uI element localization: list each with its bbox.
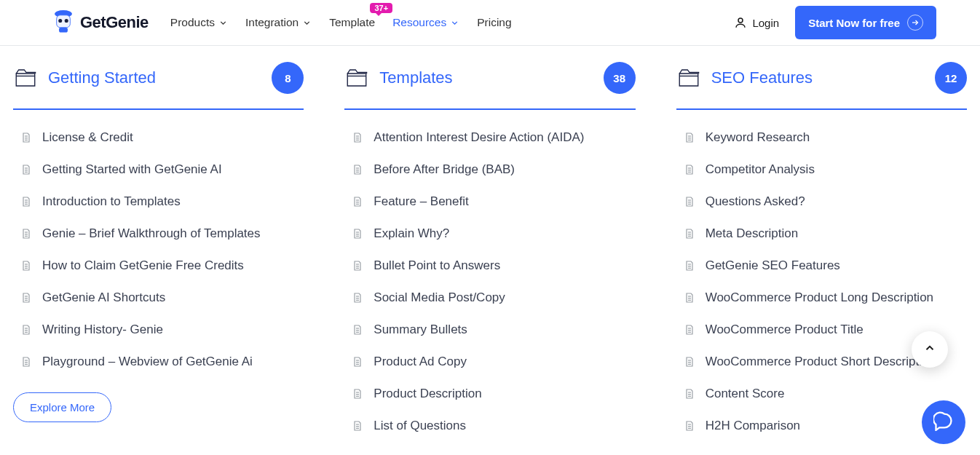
item-list: License & Credit Getting Started with Ge… (13, 130, 304, 369)
nav-template-label: Template (329, 16, 375, 29)
item-label: Before After Bridge (BAB) (374, 162, 515, 177)
item-label: GetGenie AI Shortcuts (42, 290, 165, 305)
list-item[interactable]: Keyword Research (684, 130, 967, 145)
chevron-down-icon (450, 18, 459, 28)
chevron-down-icon (302, 18, 312, 28)
document-icon (684, 420, 695, 432)
user-icon (734, 16, 747, 29)
list-item[interactable]: Writing History- Genie (20, 323, 304, 337)
item-label: H2H Comparison (706, 419, 800, 433)
item-label: WooCommerce Product Title (706, 323, 864, 337)
content-columns: Getting Started 8 License & Credit Getti… (0, 46, 980, 449)
item-label: Feature – Benefit (374, 194, 468, 209)
list-item[interactable]: Social Media Post/Copy (352, 290, 635, 305)
item-label: Writing History- Genie (42, 323, 163, 337)
column-title[interactable]: SEO Features (711, 68, 925, 87)
svg-point-3 (65, 19, 68, 23)
scroll-top-button[interactable] (912, 331, 948, 368)
column-header: SEO Features 12 (676, 62, 967, 110)
document-icon (20, 196, 32, 207)
document-icon (20, 132, 32, 143)
folder-icon (13, 66, 38, 90)
list-item[interactable]: Explain Why? (352, 226, 635, 241)
item-label: Genie – Brief Walkthrough of Templates (42, 226, 261, 241)
svg-rect-4 (59, 28, 68, 33)
list-item[interactable]: GetGenie AI Shortcuts (20, 290, 304, 305)
item-label: Getting Started with GetGenie AI (42, 162, 222, 177)
document-icon (20, 228, 32, 240)
nav-pricing[interactable]: Pricing (477, 16, 511, 29)
list-item[interactable]: Getting Started with GetGenie AI (20, 162, 304, 177)
item-label: Competitor Analysis (706, 162, 815, 177)
column-title[interactable]: Getting Started (48, 68, 261, 87)
list-item[interactable]: Playground – Webview of GetGenie Ai (20, 355, 304, 369)
item-label: List of Questions (374, 419, 466, 433)
nav-integration-label: Integration (245, 16, 299, 29)
column-templates: Templates 38 Attention Interest Desire A… (331, 46, 648, 449)
svg-point-5 (738, 18, 743, 23)
list-item[interactable]: Content Score (684, 387, 967, 401)
nav-integration[interactable]: Integration (245, 16, 312, 29)
document-icon (20, 356, 32, 368)
list-item[interactable]: List of Questions (352, 419, 635, 433)
list-item[interactable]: Meta Description (684, 226, 967, 241)
item-label: Content Score (706, 387, 785, 401)
list-item[interactable]: GetGenie SEO Features (684, 258, 967, 273)
item-label: Product Description (374, 387, 481, 401)
logo[interactable]: GetGenie (51, 9, 149, 36)
document-icon (20, 324, 32, 336)
document-icon (20, 292, 32, 304)
document-icon (20, 164, 32, 175)
chevron-up-icon (923, 341, 936, 357)
header-right: Login Start Now for free (734, 6, 936, 39)
list-item[interactable]: Competitor Analysis (684, 162, 967, 177)
nav-template[interactable]: Template 37+ (329, 16, 375, 29)
item-label: How to Claim GetGenie Free Credits (42, 258, 244, 273)
list-item[interactable]: Questions Asked? (684, 194, 967, 209)
start-now-button[interactable]: Start Now for free (795, 6, 936, 39)
item-label: Social Media Post/Copy (374, 290, 505, 305)
document-icon (684, 324, 695, 336)
document-icon (352, 324, 363, 336)
document-icon (352, 356, 363, 368)
document-icon (352, 388, 363, 400)
item-label: GetGenie SEO Features (706, 258, 840, 273)
login-label: Login (752, 17, 779, 29)
item-label: WooCommerce Product Long Description (706, 290, 933, 305)
nav-products[interactable]: Products (170, 16, 228, 29)
list-item[interactable]: Before After Bridge (BAB) (352, 162, 635, 177)
count-badge: 12 (935, 62, 967, 94)
nav-resources[interactable]: Resources (392, 16, 459, 29)
document-icon (352, 420, 363, 432)
item-label: Bullet Point to Answers (374, 258, 500, 273)
site-header: GetGenie Products Integration Template 3… (0, 0, 980, 46)
svg-point-2 (58, 19, 62, 23)
document-icon (352, 260, 363, 272)
explore-more-button[interactable]: Explore More (13, 392, 111, 422)
column-header: Templates 38 (344, 62, 635, 110)
login-link[interactable]: Login (734, 16, 779, 29)
document-icon (684, 388, 695, 400)
document-icon (20, 260, 32, 272)
column-title[interactable]: Templates (379, 68, 593, 87)
list-item[interactable]: Product Ad Copy (352, 355, 635, 369)
list-item[interactable]: WooCommerce Product Long Description (684, 290, 967, 305)
list-item[interactable]: Product Description (352, 387, 635, 401)
list-item[interactable]: Feature – Benefit (352, 194, 635, 209)
count-badge: 8 (272, 62, 304, 94)
document-icon (352, 196, 363, 207)
folder-icon (344, 66, 369, 90)
document-icon (684, 164, 695, 175)
list-item[interactable]: Attention Interest Desire Action (AIDA) (352, 130, 635, 145)
list-item[interactable]: License & Credit (20, 130, 304, 145)
list-item[interactable]: Genie – Brief Walkthrough of Templates (20, 226, 304, 241)
list-item[interactable]: How to Claim GetGenie Free Credits (20, 258, 304, 273)
chat-button[interactable] (922, 400, 965, 444)
folder-icon (676, 66, 701, 90)
list-item[interactable]: Introduction to Templates (20, 194, 304, 209)
list-item[interactable]: Bullet Point to Answers (352, 258, 635, 273)
item-label: Product Ad Copy (374, 355, 467, 369)
list-item[interactable]: Summary Bullets (352, 323, 635, 337)
nav-pricing-label: Pricing (477, 16, 511, 29)
column-getting-started: Getting Started 8 License & Credit Getti… (0, 46, 317, 449)
